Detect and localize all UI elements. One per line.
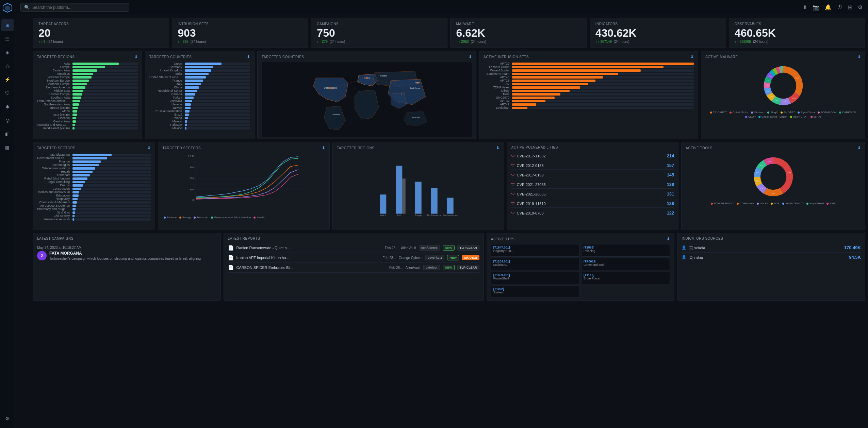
ttp-cell: [TA0011] Command and... [581,258,670,271]
line-chart-svg: 1.2 K 900 600 300 0 [162,153,325,213]
camera-icon[interactable]: 📷 [813,4,819,11]
search-icon: 🔍 [24,5,30,10]
sidebar-icon-target[interactable]: ◎ [1,114,14,126]
hbar-row: Germany [149,65,250,69]
hbar-row: Aerospace & Defense [37,204,151,207]
hbar-row: asia (victim) [37,113,138,116]
report-file-icon: 📄 [228,245,234,251]
hbar-row: APT42 [484,103,694,106]
source-row: 👤 [C] riskiq 94.5K [682,253,861,262]
sidebar-icon-circle[interactable]: ◎ [1,60,14,72]
active-malware-chart: ACTIVE MALWARE ⬇ 34.6%10.1%9.2%7.6%6.6%6… [701,51,865,139]
svg-text:South America: South America [443,214,458,217]
charts-row3: LATEST CAMPAIGNS May 24, 2023 at 10:18:2… [33,233,865,301]
download-icon-sectors-line[interactable]: ⬇ [322,145,326,150]
ttp-cell: [T1204.001] Malicious... [491,258,580,271]
latest-campaigns-card: LATEST CAMPAIGNS May 24, 2023 at 10:18:2… [33,233,221,301]
clock-icon[interactable]: ⏱ [837,4,842,11]
svg-text:Africa: Africa [380,214,386,217]
sidebar: ⊞ ☰ ◈ ◎ ⚡ 🛡 ✱ ◎ ◧ ▦ ⚙ [0,0,15,428]
search-input[interactable] [32,5,126,10]
sidebar-icon-flash[interactable]: ⚡ [1,73,14,86]
sidebar-icon-menu[interactable]: ☰ [1,33,14,45]
hbar-row: Eastern Europe [37,92,138,96]
hbar-row: europe (victim) [37,106,138,109]
legend-health: Health [253,216,264,219]
hbar-row: Japan [149,62,250,65]
topbar: 🔍 ⬆ 📷 🔔 ⏱ ⊞ ⚙ [15,0,868,15]
report-item: 📄 CARBON SPIDER Embraces Bi... Feb 28...… [228,263,479,273]
stat-intrusion-sets: INTRUSION SETS 903 ↑ ↑ 355 (24 hours) [172,18,308,48]
app-logo[interactable] [2,3,13,13]
report-file-icon: 📄 [228,265,234,270]
sidebar-icon-shield[interactable]: 🛡 [1,87,14,99]
download-icon[interactable]: ⬇ [469,54,472,59]
download-icon-ttps[interactable]: ⬇ [667,237,670,241]
vuln-shield-icon: 🛡 [511,164,515,167]
hbar-row: Southern Asia [37,96,138,99]
svg-text:North America: North America [427,214,442,217]
svg-text:Australia: Australia [412,116,420,118]
hbar-row: Australia and New Zeal... [37,123,138,126]
sidebar-icon-chart[interactable]: ▦ [1,141,14,154]
sidebar-icon-settings[interactable]: ⚙ [1,412,14,425]
charts-row1: TARGETED REGIONS ⬇ Asia Europe Eastern A… [33,51,865,139]
vuln-row: 🛡 CVE-2019-11510 128 [511,200,674,208]
hbar-row: Energy [37,184,151,187]
hbar-row: Chemicals & Materials [37,201,151,204]
countries-bars: Japan Germany United Kingdom India Unite… [149,62,250,133]
stat-threat-actors: THREAT ACTORS 20 ↑ ↑ 9 (24 hours) [33,18,169,48]
svg-rect-43 [431,188,438,214]
active-vulnerabilities-chart: ACTIVE VULNERABILITIES 🛡 CVE-2017-11882 … [507,142,679,230]
hbar-row: Medias and audiovisual [37,190,151,194]
hbar-row: Retail (distribution) [37,177,151,180]
hbar-row: TEMP.Veles [484,86,694,89]
download-icon-sectors[interactable]: ⬇ [147,145,151,150]
svg-text:Europe: Europe [415,214,422,217]
sidebar-icon-file[interactable]: ◧ [1,128,14,140]
sidebar-icon-diamond[interactable]: ◈ [1,46,14,58]
hbar-row: Latin America and the c... [37,99,138,103]
svg-text:Russia: Russia [380,74,387,77]
sidebar-icon-dashboard[interactable]: ⊞ [1,19,14,31]
download-icon-tools[interactable]: ⬇ [857,145,861,150]
hbar-row: Oceania [37,116,138,120]
hbar-row: Africa [37,109,138,113]
search-box[interactable]: 🔍 [20,3,129,12]
hbar-row: APT37 [484,99,694,103]
bell-icon[interactable]: 🔔 [825,4,832,11]
sidebar-icon-star[interactable]: ✱ [1,101,14,113]
upload-icon[interactable]: ⬆ [803,4,807,11]
download-icon-regions2[interactable]: ⬇ [496,145,500,150]
download-icon[interactable]: ⬇ [134,54,138,59]
settings-icon[interactable]: ⚙ [858,4,863,11]
svg-rect-38 [396,166,403,214]
hbar-row: Russian Federation [149,109,250,113]
hbar-row: Eastern Asia [37,69,138,72]
grid-icon[interactable]: ⊞ [848,4,852,11]
download-icon-malware[interactable]: ⬇ [857,54,861,59]
indicators-sources-card: INDICATORS SOURCES 👤 [C] sekoia 170.49K … [677,233,865,301]
stat-value-threat-actors: 20 [38,27,163,39]
legend-gov: Governments & Administration [211,216,251,219]
vuln-row: 🛡 CVE-2019-0708 122 [511,209,674,217]
vuln-shield-icon: 🛡 [511,192,515,196]
svg-text:4.5%: 4.5% [769,76,772,77]
hbar-row: Hospitality [37,197,151,201]
latest-reports-card: LATEST REPORTS 📄 Ranion Ransomware - Qui… [224,233,484,301]
hbar-row: APT29 [484,62,694,65]
sectors-bars: Manufacturing Government and administ...… [37,153,151,224]
hbar-row: Civil society [37,214,151,218]
vuln-shield-icon: 🛡 [511,173,515,177]
hbar-row: Ukraine [149,103,250,106]
ttp-cell: [T1062] System... [491,286,580,298]
hbar-row: UNC2970 [484,96,694,99]
download-icon[interactable]: ⬇ [247,54,250,59]
svg-text:900: 900 [190,166,194,169]
hbar-row: Oil & Gas [37,211,151,214]
hbar-row: United Kingdom [149,69,250,72]
hbar-row: Turkey [149,96,250,99]
hbar-row: Italy [149,82,250,86]
hbar-row: Insurance services [37,218,151,221]
download-icon-intrusion[interactable]: ⬇ [690,54,694,59]
